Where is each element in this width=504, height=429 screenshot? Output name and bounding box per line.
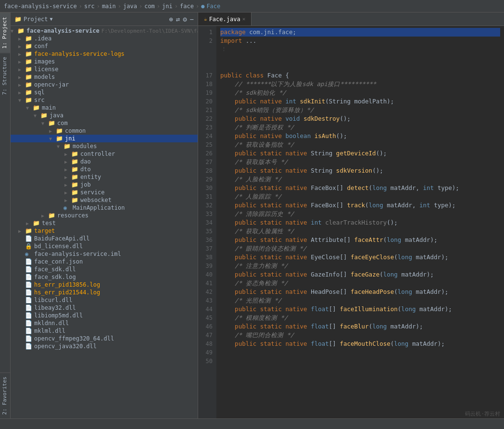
tree-libcurl[interactable]: ▶ 📄 libcurl.dll — [11, 296, 198, 304]
code-line-20: // *******以下为人脸sdk api接口********** — [220, 80, 500, 88]
code-line-35: /* 清除跟踪历史 */ — [220, 210, 500, 218]
tree-images[interactable]: ▶ 📁 images — [11, 58, 198, 65]
tree-libeay[interactable]: ▶ 📄 libeay32.dll — [11, 304, 198, 312]
tree-websocket[interactable]: ▶ 📁 websocket — [11, 196, 198, 204]
tree-job[interactable]: ▶ 📁 job — [11, 181, 198, 189]
tree-mkldnn[interactable]: ▶ 📄 mkldnn.dll — [11, 319, 198, 327]
tree-conf[interactable]: ▶ 📁 conf — [11, 42, 198, 50]
folder-icon-header: 📁 — [14, 16, 22, 23]
add-icon[interactable]: ⊕ — [169, 15, 173, 23]
code-line-18 — [220, 63, 500, 71]
tree-face-conf[interactable]: ▶ 📄 face_conf.json — [11, 258, 198, 265]
editor-area: ☕ Face.java ✕ 1 2 . . . 17 18 19 20 21 2… — [198, 13, 504, 418]
tree-test[interactable]: ▶ 📁 test — [11, 219, 198, 227]
breadcrumb-item-1[interactable]: face-analysis-service — [4, 3, 77, 10]
tree-face-sdk-dll[interactable]: ▶ 📄 face_sdk.dll — [11, 265, 198, 273]
side-tabs: 1: Project 7: Structure 2: Favorites — [0, 13, 11, 418]
breadcrumb-current[interactable]: Face — [206, 3, 220, 10]
tree-sql[interactable]: ▶ 📁 sql — [11, 88, 198, 96]
breadcrumb-item-4[interactable]: java — [123, 3, 137, 10]
code-line-1: package com.jni.face; — [220, 28, 500, 37]
project-tree: ▼ 📁 face-analysis-service F:\Development… — [11, 26, 198, 418]
side-tab-structure[interactable]: 7: Structure — [0, 52, 10, 99]
tree-models[interactable]: ▶ 📁 models — [11, 73, 198, 81]
tree-common[interactable]: ▶ 📁 common — [11, 127, 198, 135]
code-line-38: public static native Attribute[] faceAtt… — [220, 236, 500, 244]
breadcrumb-item-3[interactable]: main — [102, 3, 116, 10]
tab-close-icon[interactable]: ✕ — [242, 16, 246, 22]
tree-iml[interactable]: ▶ ◉ face-analysis-service.iml — [11, 250, 198, 258]
code-line-29: /* 获取版本号 */ — [220, 158, 500, 166]
breadcrumb-item-5[interactable]: com — [144, 3, 155, 10]
tree-dto[interactable]: ▶ 📁 dto — [11, 165, 198, 173]
tree-controller[interactable]: ▶ 📁 controller — [11, 150, 198, 158]
code-line-30: public static native String sdkVersion()… — [220, 166, 500, 175]
tab-label: Face.java — [209, 16, 240, 23]
code-line-28: public static native String getDeviceId(… — [220, 149, 500, 158]
tree-face-sdk-log[interactable]: ▶ 📄 face_sdk.log — [11, 273, 198, 281]
sync-icon[interactable]: ⇄ — [176, 15, 180, 23]
tree-main-application[interactable]: ▶ ◉ MainApplication — [11, 204, 198, 212]
tree-opencv-jar[interactable]: ▶ 📁 opencv-jar — [11, 81, 198, 88]
tree-java-folder[interactable]: ▼ 📁 java — [11, 112, 198, 119]
code-line-19: public class Face { — [220, 71, 500, 80]
tree-root-path: F:\Development-Tool\IDEA-SVN\fa — [101, 28, 198, 34]
line-numbers: 1 2 . . . 17 18 19 20 21 22 23 24 25 26 … — [198, 26, 216, 418]
settings-icon[interactable]: ⚙ — [183, 15, 187, 23]
breadcrumb-item-6[interactable]: jni — [162, 3, 173, 10]
tree-entity[interactable]: ▶ 📁 entity — [11, 173, 198, 181]
minimize-icon[interactable]: − — [190, 15, 194, 23]
code-line-37: /* 获取人脸属性 */ — [220, 227, 500, 236]
tab-java-icon: ☕ — [204, 16, 207, 22]
tree-logs[interactable]: ▶ 📁 face-analysis-service-logs — [11, 50, 198, 58]
code-line-46: public static native float[] faceIllumin… — [220, 305, 500, 314]
code-content[interactable]: package com.jni.face; import ... ⋮ publi… — [216, 26, 504, 418]
side-tab-project[interactable]: 1: Project — [0, 13, 10, 52]
project-header: 📁 Project ▼ ⊕ ⇄ ⚙ − — [11, 13, 198, 26]
breadcrumb-item-7[interactable]: face — [180, 3, 194, 10]
code-line-42: public static native GazeInfo[] faceGaze… — [220, 270, 500, 279]
tree-jni[interactable]: ▼ 📁 jni — [11, 135, 198, 142]
code-line-31: /* 人脸检测 */ — [220, 175, 500, 184]
tree-libiomp[interactable]: ▶ 📄 libiomp5md.dll — [11, 312, 198, 319]
code-line-45: /* 光照检测 */ — [220, 296, 500, 305]
tree-opencv-ffmpeg[interactable]: ▶ 📄 opencv_ffmpeg320_64.dll — [11, 335, 198, 342]
tree-license[interactable]: ▶ 📁 license — [11, 65, 198, 73]
side-tab-favorites[interactable]: 2: Favorites — [0, 372, 10, 418]
main-area: 1: Project 7: Structure 2: Favorites 📁 P… — [0, 13, 504, 418]
breadcrumb-icon: ● — [201, 3, 204, 10]
tree-root[interactable]: ▼ 📁 face-analysis-service F:\Development… — [11, 27, 198, 35]
tree-dao[interactable]: ▶ 📁 dao — [11, 158, 198, 165]
tree-main[interactable]: ▼ 📁 main — [11, 104, 198, 112]
editor-tab-face[interactable]: ☕ Face.java ✕ — [198, 13, 252, 25]
editor-tabs: ☕ Face.java ✕ — [198, 13, 504, 26]
code-line-25: /* 判断是否授权 */ — [220, 123, 500, 132]
chevron-down-icon[interactable]: ▼ — [50, 16, 53, 22]
tree-target[interactable]: ▶ 📁 target — [11, 227, 198, 235]
code-line-17 — [220, 54, 500, 63]
tree-mklml[interactable]: ▶ 📄 mklml.dll — [11, 327, 198, 335]
code-line-33: /* 人脸跟踪 */ — [220, 192, 500, 201]
tree-hs-err-2[interactable]: ▶ 📄 hs_err_pid21544.log — [11, 289, 198, 296]
code-line-26: public native boolean isAuth(); — [220, 132, 500, 140]
tree-resources[interactable]: ▶ 📁 resources — [11, 212, 198, 219]
code-line-27: /* 获取设备指纹 */ — [220, 140, 500, 149]
breadcrumb-item-2[interactable]: src — [84, 3, 95, 10]
tree-modules[interactable]: ▼ 📁 modules — [11, 142, 198, 150]
code-line-39: /* 眼睛闭合状态检测 */ — [220, 244, 500, 253]
code-line-32: public static native FaceBox[] detect(lo… — [220, 184, 500, 192]
status-bar — [0, 418, 504, 429]
code-line-48: public static native float[] faceBlur(lo… — [220, 322, 500, 331]
tree-com[interactable]: ▼ 📁 com — [11, 119, 198, 127]
tree-idea[interactable]: ▶ 📁 .idea — [11, 35, 198, 42]
code-line-43: /* 姿态角检测 */ — [220, 279, 500, 288]
tree-service[interactable]: ▶ 📁 service — [11, 189, 198, 196]
tree-bd-license[interactable]: ▶ 🔒 bd_license.dll — [11, 242, 198, 250]
breadcrumb-bar: face-analysis-service › src › main › jav… — [0, 0, 504, 13]
code-line-23: /* sdk销毁（资源释放）*/ — [220, 106, 500, 114]
tree-opencv-java[interactable]: ▶ 📄 opencv_java320.dll — [11, 342, 198, 350]
code-gap-1: ⋮ — [220, 45, 500, 54]
tree-src[interactable]: ▼ 📁 src — [11, 96, 198, 104]
tree-hs-err-1[interactable]: ▶ 📄 hs_err_pid13856.log — [11, 281, 198, 289]
tree-baidu-face-api[interactable]: ▶ 📄 BaiduFaceApi.dll — [11, 235, 198, 242]
